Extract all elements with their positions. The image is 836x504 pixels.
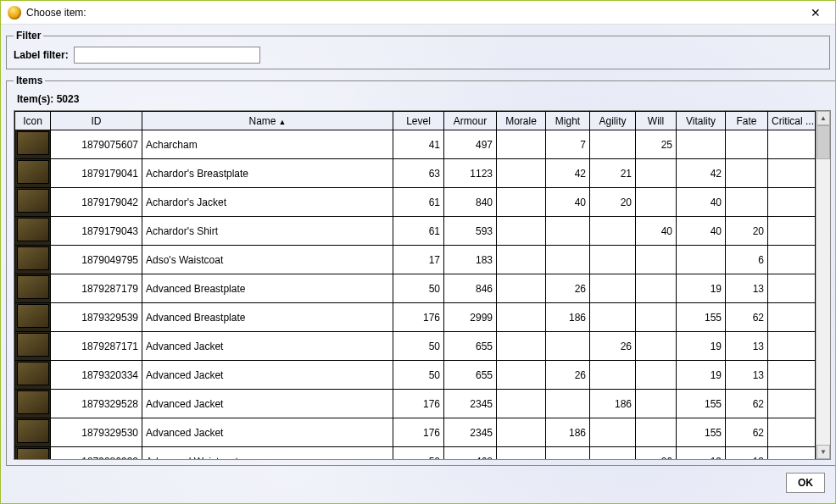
cell-might: 26 [546, 361, 590, 390]
item-icon [17, 275, 49, 299]
cell-might [546, 447, 590, 460]
cell-morale [497, 447, 546, 460]
col-agility[interactable]: Agility [590, 112, 636, 130]
col-name[interactable]: Name▲ [142, 112, 393, 130]
cell-will [636, 332, 677, 361]
cell-armour: 840 [444, 188, 497, 217]
cell-level: 50 [393, 361, 444, 390]
cell-agility [590, 274, 636, 303]
cell-might: 186 [546, 418, 590, 447]
cell-id: 1879049795 [51, 246, 142, 274]
item-icon-cell [15, 159, 51, 188]
cell-agility [590, 217, 636, 246]
titlebar: Choose item: ✕ [1, 1, 835, 25]
cell-crit [768, 246, 816, 274]
cell-level: 176 [393, 303, 444, 332]
cell-id: 1879179043 [51, 217, 142, 246]
cell-might: 26 [546, 274, 590, 303]
cell-might: 186 [546, 303, 590, 332]
table-row[interactable]: 1879320334Advanced Jacket50655261913 [15, 361, 816, 390]
cell-name: Advanced Waistcoat [142, 447, 393, 460]
cell-morale [497, 246, 546, 274]
col-id[interactable]: ID [51, 112, 142, 130]
table-row[interactable]: 1879179042Achardor's Jacket61840402040 [15, 188, 816, 217]
table-row[interactable]: 1879329528Advanced Jacket176234518615562 [15, 390, 816, 418]
items-table-wrap: Icon ID Name▲ Level Armour Morale Might … [14, 110, 831, 460]
cell-armour: 497 [444, 130, 497, 159]
cell-vitality: 155 [677, 303, 726, 332]
cell-crit [768, 447, 816, 460]
cell-id: 1879320334 [51, 361, 142, 390]
cell-morale [497, 361, 546, 390]
window-title: Choose item: [26, 7, 803, 19]
cell-vitality: 19 [677, 332, 726, 361]
cell-vitality: 40 [677, 188, 726, 217]
item-icon [17, 390, 49, 414]
cell-name: Advanced Breastplate [142, 303, 393, 332]
cell-will [636, 188, 677, 217]
item-icon-cell [15, 246, 51, 274]
cell-level: 50 [393, 332, 444, 361]
scroll-track[interactable] [816, 125, 830, 445]
table-row[interactable]: 1879179043Achardor's Shirt61593404020 [15, 217, 816, 246]
filter-legend: Filter [14, 30, 43, 42]
cell-name: Adso's Waistcoat [142, 246, 393, 274]
col-crit[interactable]: Critical ... [768, 112, 816, 130]
col-morale[interactable]: Morale [497, 112, 546, 130]
cell-armour: 2999 [444, 303, 497, 332]
table-row[interactable]: 1879329539Advanced Breastplate1762999186… [15, 303, 816, 332]
cell-agility: 26 [590, 332, 636, 361]
cell-level: 63 [393, 159, 444, 188]
col-will[interactable]: Will [636, 112, 677, 130]
content-area: Filter Label filter: Items Item(s): 5023… [1, 25, 835, 503]
cell-morale [497, 418, 546, 447]
cell-armour: 183 [444, 246, 497, 274]
cell-might [546, 390, 590, 418]
col-vitality[interactable]: Vitality [677, 112, 726, 130]
col-icon[interactable]: Icon [15, 112, 51, 130]
cell-fate: 62 [726, 390, 768, 418]
cell-fate: 13 [726, 447, 768, 460]
cell-level: 41 [393, 130, 444, 159]
table-row[interactable]: 1879329530Advanced Jacket176234518615562 [15, 418, 816, 447]
cell-morale [497, 303, 546, 332]
col-might[interactable]: Might [546, 112, 590, 130]
cell-crit [768, 418, 816, 447]
table-row[interactable]: 1879049795Adso's Waistcoat171836 [15, 246, 816, 274]
item-icon-cell [15, 447, 51, 460]
table-row[interactable]: 1879075607Acharcham41497725 [15, 130, 816, 159]
cell-id: 1879075607 [51, 130, 142, 159]
cell-vitality: 19 [677, 274, 726, 303]
scroll-down-button[interactable]: ▼ [816, 445, 830, 459]
table-row[interactable]: 1879287179Advanced Breastplate5084626191… [15, 274, 816, 303]
table-row[interactable]: 1879179041Achardor's Breastplate63112342… [15, 159, 816, 188]
items-fieldset: Items Item(s): 5023 Icon ID Name▲ [6, 75, 835, 466]
cell-id: 1879287179 [51, 274, 142, 303]
cell-will: 26 [636, 447, 677, 460]
col-armour[interactable]: Armour [444, 112, 497, 130]
ok-button[interactable]: OK [786, 473, 825, 493]
cell-morale [497, 217, 546, 246]
cell-vitality: 19 [677, 361, 726, 390]
table-row[interactable]: 1879287171Advanced Jacket50655261913 [15, 332, 816, 361]
col-fate[interactable]: Fate [726, 112, 768, 130]
cell-might [546, 332, 590, 361]
cell-armour: 655 [444, 332, 497, 361]
col-level[interactable]: Level [393, 112, 444, 130]
cell-will [636, 390, 677, 418]
cell-might [546, 246, 590, 274]
cell-vitality: 155 [677, 418, 726, 447]
scroll-thumb[interactable] [816, 125, 830, 159]
vertical-scrollbar[interactable]: ▲ ▼ [816, 111, 830, 459]
table-row[interactable]: 1879286932Advanced Waistcoat50462261913 [15, 447, 816, 460]
items-count: Item(s): 5023 [17, 93, 831, 105]
cell-name: Acharcham [142, 130, 393, 159]
item-icon [17, 160, 49, 184]
filter-fieldset: Filter Label filter: [6, 30, 830, 69]
scroll-up-button[interactable]: ▲ [816, 111, 830, 125]
label-filter-input[interactable] [74, 47, 260, 64]
item-icon-cell [15, 188, 51, 217]
cell-id: 1879329539 [51, 303, 142, 332]
close-icon[interactable]: ✕ [803, 3, 828, 23]
item-icon-cell [15, 390, 51, 418]
